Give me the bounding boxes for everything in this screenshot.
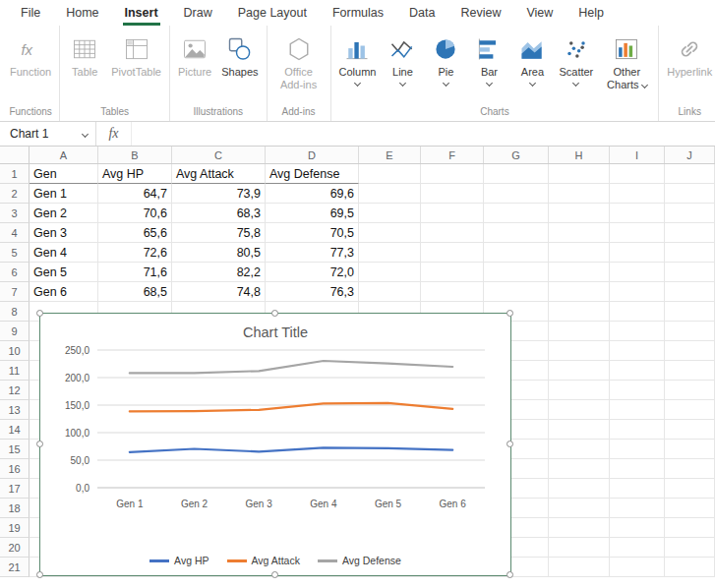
cell-D6[interactable]: 72,0 [266,263,359,282]
cell-E3[interactable] [359,204,421,223]
resize-handle[interactable] [36,310,43,317]
row-header-6[interactable]: 6 [0,263,30,282]
pivottable-button[interactable]: PivotTable [108,29,164,79]
cell-F4[interactable] [421,223,484,243]
column-header-I[interactable]: I [610,147,665,163]
row-header-5[interactable]: 5 [0,243,30,263]
hyperlink-button[interactable]: Hyperlink [664,29,715,79]
cell-I3[interactable] [610,204,665,223]
cell-B2[interactable]: 64,7 [98,184,172,204]
tab-formulas[interactable]: Formulas [320,0,396,26]
cell-G6[interactable] [484,263,549,282]
column-header-E[interactable]: E [359,147,421,163]
cell-B5[interactable]: 72,6 [98,243,172,263]
column-header-B[interactable]: B [98,147,172,163]
cell-A7[interactable]: Gen 6 [30,282,98,302]
cell-C6[interactable]: 82,2 [172,263,266,282]
column-header-C[interactable]: C [172,147,266,163]
cell-H7[interactable] [549,282,610,302]
cell-C1[interactable]: Avg Attack [172,164,266,184]
row-header-18[interactable]: 18 [0,499,30,518]
row-header-4[interactable]: 4 [0,223,30,243]
cell-H16[interactable] [549,459,610,479]
resize-handle[interactable] [36,441,43,447]
cell-J13[interactable] [665,400,715,420]
cell-A2[interactable]: Gen 1 [30,184,98,204]
line-button[interactable]: Line [383,29,422,86]
column-header-F[interactable]: F [421,147,484,163]
resize-handle[interactable] [506,571,513,578]
row-header-15[interactable]: 15 [0,440,30,459]
cell-J18[interactable] [665,499,715,518]
cell-J8[interactable] [665,302,715,322]
cell-I12[interactable] [610,381,665,400]
cell-J21[interactable] [665,558,715,577]
column-button[interactable]: Column [336,29,380,86]
cell-H13[interactable] [549,400,610,420]
cell-C4[interactable]: 75,8 [172,223,266,243]
cell-B4[interactable]: 65,6 [98,223,172,243]
cell-J15[interactable] [665,440,715,459]
cell-I9[interactable] [610,322,665,341]
cell-J17[interactable] [665,479,715,499]
row-header-13[interactable]: 13 [0,400,30,420]
cell-C7[interactable]: 74,8 [172,282,266,302]
cell-A5[interactable]: Gen 4 [30,243,98,263]
row-header-1[interactable]: 1 [0,164,30,184]
cell-G3[interactable] [484,204,549,223]
cell-J19[interactable] [665,518,715,538]
tab-data[interactable]: Data [396,0,447,26]
cell-G1[interactable] [484,164,549,184]
cell-H19[interactable] [549,518,610,538]
tab-help[interactable]: Help [566,0,617,26]
cell-F6[interactable] [421,263,484,282]
cell-H8[interactable] [549,302,610,322]
cell-I5[interactable] [610,243,665,263]
cell-H5[interactable] [549,243,610,263]
cell-G7[interactable] [484,282,549,302]
cell-I21[interactable] [610,558,665,577]
cell-B3[interactable]: 70,6 [98,204,172,223]
row-header-19[interactable]: 19 [0,518,30,538]
cell-E7[interactable] [359,282,421,302]
tab-insert[interactable]: Insert [112,0,171,26]
cell-D7[interactable]: 76,3 [266,282,359,302]
tab-view[interactable]: View [513,0,566,26]
row-header-16[interactable]: 16 [0,459,30,479]
row-header-17[interactable]: 17 [0,479,30,499]
row-header-9[interactable]: 9 [0,322,30,341]
cell-J5[interactable] [665,243,715,263]
cell-I17[interactable] [610,479,665,499]
cell-F7[interactable] [421,282,484,302]
cell-J7[interactable] [665,282,715,302]
cell-H1[interactable] [549,164,610,184]
cell-E5[interactable] [359,243,421,263]
picture-button[interactable]: Picture [175,29,214,79]
cell-J3[interactable] [665,204,715,223]
scatter-button[interactable]: Scatter [556,29,596,86]
cell-H11[interactable] [549,361,610,381]
cell-I14[interactable] [610,420,665,440]
tab-page-layout[interactable]: Page Layout [225,0,320,26]
cell-B6[interactable]: 71,6 [98,263,172,282]
cell-B7[interactable]: 68,5 [98,282,172,302]
cell-H14[interactable] [549,420,610,440]
cell-J20[interactable] [665,538,715,558]
cell-I16[interactable] [610,459,665,479]
cell-G2[interactable] [484,184,549,204]
row-header-12[interactable]: 12 [0,381,30,400]
cell-H21[interactable] [549,558,610,577]
cell-C5[interactable]: 80,5 [172,243,266,263]
table-button[interactable]: Table [65,29,104,79]
cell-J2[interactable] [665,184,715,204]
cell-D1[interactable]: Avg Defense [266,164,359,184]
column-header-G[interactable]: G [484,147,549,163]
cell-D3[interactable]: 69,5 [266,204,359,223]
cell-A1[interactable]: Gen [30,164,98,184]
cell-F5[interactable] [421,243,484,263]
select-all-corner[interactable] [0,147,30,163]
cell-A6[interactable]: Gen 5 [30,263,98,282]
cell-E6[interactable] [359,263,421,282]
resize-handle[interactable] [271,310,278,317]
row-header-7[interactable]: 7 [0,282,30,302]
